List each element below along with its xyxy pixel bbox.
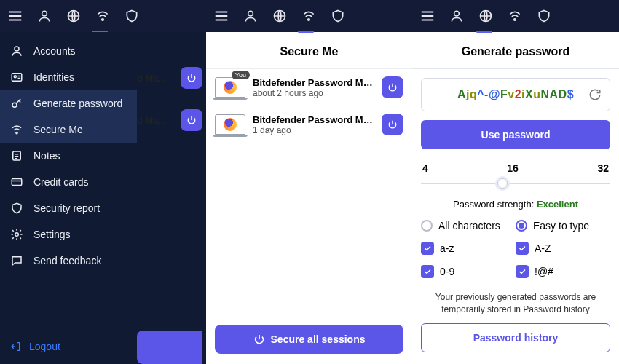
password-history-button[interactable]: Password history bbox=[421, 323, 610, 352]
sidebar-item-accounts[interactable]: Accounts bbox=[0, 38, 137, 64]
sidebar-item-label: Secure Me bbox=[33, 124, 83, 135]
globe-icon[interactable] bbox=[272, 8, 288, 24]
wifi-lock-icon[interactable] bbox=[95, 8, 111, 24]
use-password-button[interactable]: Use password bbox=[421, 120, 610, 149]
card-icon bbox=[10, 175, 23, 189]
password-strength: Password strength: Excellent bbox=[421, 199, 610, 210]
svg-point-3 bbox=[15, 47, 19, 51]
sidebar-item-label: Send feedback bbox=[33, 255, 101, 266]
sidebar-item-settings[interactable]: Settings bbox=[0, 221, 137, 248]
device-laptop-icon bbox=[215, 114, 245, 135]
logout-button[interactable]: Logout bbox=[10, 341, 60, 352]
option-easy-to-type[interactable]: Easy to type bbox=[516, 220, 610, 232]
option-AZ[interactable]: A-Z bbox=[516, 242, 610, 255]
you-badge: You bbox=[232, 71, 250, 79]
sidebar-item-identities[interactable]: Identities bbox=[0, 64, 137, 90]
svg-rect-9 bbox=[12, 179, 22, 186]
svg-point-6 bbox=[12, 103, 17, 107]
power-icon bbox=[253, 333, 265, 345]
radio-icon bbox=[516, 220, 527, 232]
peek-power-button[interactable] bbox=[181, 109, 202, 131]
sidebar-item-label: Security report bbox=[33, 202, 100, 214]
user-icon[interactable] bbox=[449, 8, 465, 24]
user-icon bbox=[10, 44, 23, 58]
sidebar-item-label: Credit cards bbox=[33, 176, 88, 188]
sidebar-item-label: Settings bbox=[33, 229, 71, 240]
svg-point-0 bbox=[42, 11, 47, 16]
sidebar-item-security-report[interactable]: Security report bbox=[0, 195, 137, 221]
peek-text: d Ma... bbox=[137, 73, 166, 84]
secure-all-button[interactable]: Secure all sessions bbox=[215, 325, 403, 354]
logout-icon bbox=[10, 341, 22, 352]
svg-point-11 bbox=[248, 11, 253, 16]
firefox-icon bbox=[224, 118, 237, 131]
shield-icon[interactable] bbox=[330, 8, 346, 24]
session-power-button[interactable] bbox=[382, 114, 403, 135]
shield-icon[interactable] bbox=[124, 8, 140, 24]
sidebar-item-label: Notes bbox=[33, 150, 60, 162]
use-password-label: Use password bbox=[481, 129, 551, 141]
slider-max: 32 bbox=[597, 162, 609, 174]
slider-value: 16 bbox=[507, 162, 519, 174]
sidebar-item-secure-me[interactable]: Secure Me bbox=[0, 116, 137, 143]
key-icon bbox=[10, 97, 23, 110]
secure-icon bbox=[10, 123, 23, 136]
globe-icon[interactable] bbox=[478, 8, 494, 24]
globe-icon[interactable] bbox=[66, 8, 82, 24]
checkbox-icon bbox=[516, 265, 529, 278]
user-icon[interactable] bbox=[243, 8, 259, 24]
peek-bottom-bar bbox=[137, 331, 202, 364]
hamburger-icon[interactable] bbox=[419, 8, 435, 24]
hamburger-icon[interactable] bbox=[213, 8, 229, 24]
session-name: Bitdefender Password Ma... bbox=[253, 114, 374, 125]
gear-icon bbox=[10, 228, 23, 241]
length-slider[interactable] bbox=[421, 178, 610, 189]
sidebar-item-credit-cards[interactable]: Credit cards bbox=[0, 169, 137, 195]
svg-point-13 bbox=[308, 19, 310, 21]
shield-icon bbox=[10, 202, 23, 215]
id-card-icon bbox=[10, 71, 23, 84]
option-digits[interactable]: 0-9 bbox=[421, 265, 516, 278]
sidebar-item-generate-password[interactable]: Generate password bbox=[0, 90, 137, 116]
sidebar-item-label: Identities bbox=[33, 71, 74, 83]
option-symbols[interactable]: !@# bbox=[516, 265, 610, 278]
svg-point-14 bbox=[454, 11, 460, 16]
logout-label: Logout bbox=[29, 341, 60, 352]
chat-icon bbox=[10, 254, 23, 267]
svg-rect-4 bbox=[12, 74, 22, 82]
checkbox-icon bbox=[516, 242, 529, 255]
peek-row: d Ma... bbox=[137, 109, 202, 131]
session-name: Bitdefender Password Ma... bbox=[253, 77, 374, 88]
tab-underline bbox=[298, 31, 314, 33]
wifi-lock-icon[interactable] bbox=[301, 8, 317, 24]
page-title: Secure Me bbox=[206, 32, 412, 69]
device-laptop-icon bbox=[215, 77, 245, 98]
refresh-icon[interactable] bbox=[588, 87, 602, 102]
sidebar-item-notes[interactable]: Notes bbox=[0, 143, 137, 169]
svg-point-16 bbox=[514, 19, 516, 21]
checkbox-icon bbox=[421, 242, 434, 255]
sidebar-item-send-feedback[interactable]: Send feedback bbox=[0, 248, 137, 274]
peek-row: d Ma... bbox=[137, 67, 202, 89]
session-time: 1 day ago bbox=[253, 125, 374, 135]
tab-underline bbox=[476, 31, 492, 33]
session-row[interactable]: Bitdefender Password Ma... 1 day ago bbox=[206, 106, 412, 143]
session-power-button[interactable] bbox=[382, 76, 403, 98]
hamburger-icon[interactable] bbox=[7, 8, 23, 24]
checkbox-icon bbox=[421, 265, 434, 278]
peek-text: d Ma... bbox=[137, 115, 166, 126]
user-icon[interactable] bbox=[36, 8, 52, 24]
secure-all-label: Secure all sessions bbox=[271, 333, 366, 345]
history-note: Your previously generated passwords are … bbox=[421, 291, 610, 316]
page-title: Generate password bbox=[412, 32, 619, 69]
radio-icon bbox=[421, 220, 433, 232]
wifi-lock-icon[interactable] bbox=[507, 8, 523, 24]
svg-point-2 bbox=[102, 19, 104, 21]
shield-icon[interactable] bbox=[536, 8, 552, 24]
peek-power-button[interactable] bbox=[181, 67, 202, 89]
sidebar-item-label: Generate password bbox=[33, 98, 122, 109]
svg-point-5 bbox=[14, 76, 16, 78]
option-az[interactable]: a-z bbox=[421, 242, 516, 255]
session-row[interactable]: You Bitdefender Password Ma... about 2 h… bbox=[206, 69, 412, 106]
option-all-characters[interactable]: All characters bbox=[421, 220, 516, 232]
